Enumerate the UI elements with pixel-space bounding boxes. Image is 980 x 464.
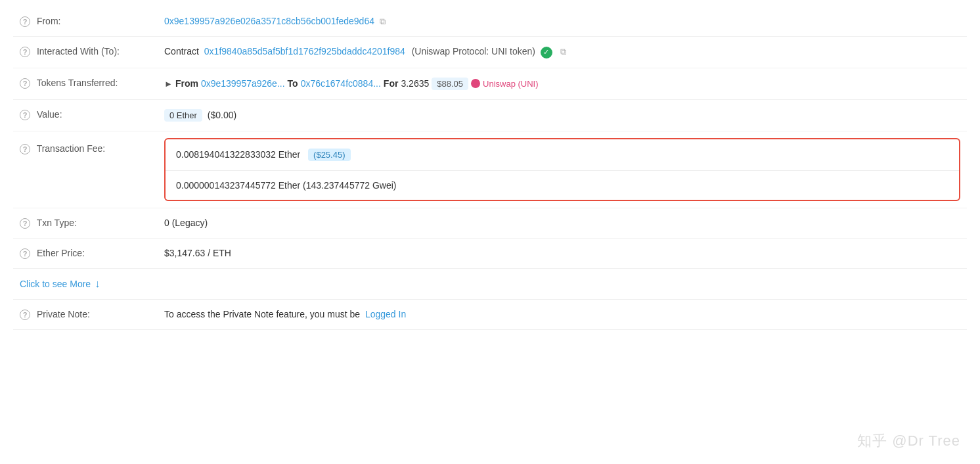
uniswap-dot-icon (471, 79, 480, 88)
fee-box: 0.008194041322833032 Ether ($25.45) 0.00… (164, 138, 960, 201)
value-label-cell: ? Value: (13, 99, 158, 131)
value-row: ? Value: 0 Ether ($0.00) (13, 99, 967, 131)
ether-price-help-icon[interactable]: ? (20, 248, 30, 259)
interacted-with-address-link[interactable]: 0x1f9840a85d5af5bf1d1762f925bdaddc4201f9… (204, 46, 405, 57)
from-row: ? From: 0x9e139957a926e026a3571c8cb56cb0… (13, 7, 967, 37)
value-amount-badge: 0 Ether (164, 109, 202, 122)
to-keyword: To (288, 78, 298, 89)
from-keyword: From (175, 78, 198, 89)
tokens-transferred-value-cell: ► From 0x9e139957a926e... To 0x76c1674fc… (158, 68, 967, 99)
value-value-cell: 0 Ether ($0.00) (158, 99, 967, 131)
private-note-label: Private Note: (37, 309, 90, 319)
private-note-value-cell: To access the Private Note feature, you … (158, 300, 967, 330)
fee-value-cell: 0.008194041322833032 Ether ($25.45) 0.00… (158, 131, 967, 208)
fee-row: ? Transaction Fee: 0.008194041322833032 … (13, 131, 967, 208)
private-note-help-icon[interactable]: ? (20, 310, 30, 320)
token-from-address[interactable]: 0x9e139957a926e... (201, 78, 285, 89)
logged-in-link[interactable]: Logged In (365, 309, 406, 319)
private-note-row: ? Private Note: To access the Private No… (13, 300, 967, 330)
click-more-label: Click to see More (20, 279, 91, 289)
txn-type-value-cell: 0 (Legacy) (158, 208, 967, 238)
private-note-text: To access the Private Note feature, you … (164, 309, 360, 319)
txn-type-value: 0 (Legacy) (164, 218, 208, 228)
transaction-fee-inner-row: 0.008194041322833032 Ether ($25.45) (166, 139, 959, 171)
interacted-with-prefix: Contract (164, 46, 199, 57)
interacted-copy-icon[interactable]: ⧉ (560, 47, 566, 57)
tokens-transferred-help-icon[interactable]: ? (20, 78, 30, 89)
ether-price-row: ? Ether Price: $3,147.63 / ETH (13, 238, 967, 268)
interacted-with-label: Interacted With (To): (37, 46, 120, 57)
verified-icon: ✓ (541, 47, 552, 58)
arrow-icon: ► (164, 79, 173, 89)
from-value-cell: 0x9e139957a926e026a3571c8cb56cb001fede9d… (158, 7, 967, 37)
tokens-transferred-label-cell: ? Tokens Transferred: (13, 68, 158, 99)
click-to-see-more-button[interactable]: Click to see More ↓ (13, 269, 967, 299)
value-label: Value: (37, 109, 62, 120)
value-usd: ($0.00) (208, 110, 236, 120)
fee-label: Transaction Fee: (37, 143, 106, 154)
private-note-label-cell: ? Private Note: (13, 300, 158, 330)
from-address-link[interactable]: 0x9e139957a926e026a3571c8cb56cb001fede9d… (164, 16, 374, 26)
interacted-with-help-icon[interactable]: ? (20, 47, 30, 57)
token-to-address[interactable]: 0x76c1674fc0884... (301, 78, 381, 89)
tokens-transferred-row: ? Tokens Transferred: ► From 0x9e139957a… (13, 68, 967, 99)
ether-price-value-cell: $3,147.63 / ETH (158, 238, 967, 268)
for-keyword: For (384, 78, 399, 89)
txn-type-row: ? Txn Type: 0 (Legacy) (13, 208, 967, 238)
interacted-with-protocol: (Uniswap Protocol: UNI token) (412, 46, 535, 57)
from-label-cell: ? From: (13, 7, 158, 37)
tokens-transferred-content: ► From 0x9e139957a926e... To 0x76c1674fc… (164, 78, 960, 90)
tokens-transferred-label: Tokens Transferred: (37, 78, 118, 88)
interacted-with-row: ? Interacted With (To): Contract 0x1f984… (13, 37, 967, 68)
txn-type-label-cell: ? Txn Type: (13, 208, 158, 238)
ether-price-label: Ether Price: (37, 248, 85, 258)
ether-price-label-cell: ? Ether Price: (13, 238, 158, 268)
ether-price-value: $3,147.63 / ETH (164, 248, 231, 258)
token-usd-badge: $88.05 (432, 78, 468, 90)
fee-help-icon[interactable]: ? (20, 144, 30, 154)
from-copy-icon[interactable]: ⧉ (380, 16, 386, 27)
fee-usd-badge: ($25.45) (308, 149, 350, 161)
from-help-icon[interactable]: ? (20, 16, 30, 27)
from-label: From: (37, 16, 61, 26)
uniswap-badge: Uniswap (UNI) (471, 79, 539, 89)
txn-type-label: Txn Type: (37, 218, 77, 228)
fee-amount: 0.008194041322833032 Ether (176, 149, 300, 160)
interacted-with-label-cell: ? Interacted With (To): (13, 37, 158, 68)
gas-price-inner-row: 0.000000143237445772 Ether (143.23744577… (166, 171, 959, 200)
txn-type-help-icon[interactable]: ? (20, 218, 30, 229)
gas-price-value: 0.000000143237445772 Ether (143.23744577… (176, 180, 397, 191)
chevron-down-icon: ↓ (95, 278, 100, 290)
interacted-with-value-cell: Contract 0x1f9840a85d5af5bf1d1762f925bda… (158, 37, 967, 68)
value-help-icon[interactable]: ? (20, 110, 30, 120)
token-amount: 3.2635 (401, 78, 429, 89)
uniswap-link[interactable]: Uniswap (UNI) (483, 79, 539, 89)
fee-label-cell: ? Transaction Fee: (13, 131, 158, 208)
